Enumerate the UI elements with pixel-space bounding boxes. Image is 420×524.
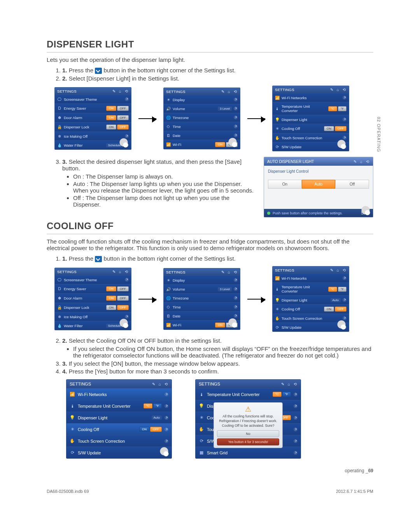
- toggle-pill[interactable]: °F: [338, 106, 346, 111]
- toggle-pill[interactable]: ON: [106, 296, 116, 301]
- seg-on[interactable]: On: [268, 180, 302, 189]
- settings-row[interactable]: 💡 Dispenser LightAuto: [273, 295, 349, 304]
- chevron-right-icon[interactable]: [294, 451, 298, 455]
- toggle-pill[interactable]: OFF: [335, 307, 346, 312]
- settings-row[interactable]: 📶 Wi-Fi Networks: [273, 93, 349, 102]
- back-icon[interactable]: ⟲: [124, 269, 129, 274]
- home-icon[interactable]: ⌂: [359, 159, 364, 164]
- chevron-right-icon[interactable]: [343, 325, 346, 329]
- toggle-pill[interactable]: °C: [273, 392, 282, 397]
- chevron-right-icon[interactable]: [125, 278, 129, 282]
- chevron-right-icon[interactable]: [234, 116, 238, 119]
- settings-row[interactable]: ✳ Cooling OffONOFF: [66, 423, 172, 435]
- edit-icon[interactable]: ✎: [280, 382, 285, 386]
- toggle-pill[interactable]: °C: [144, 403, 152, 408]
- chevron-right-icon[interactable]: [343, 136, 346, 140]
- settings-row[interactable]: 📶 Wi-Fi Networks: [273, 273, 349, 282]
- home-icon[interactable]: ⌂: [287, 382, 291, 386]
- chevron-right-icon[interactable]: [125, 134, 129, 138]
- toggle-pill[interactable]: OFF: [117, 106, 129, 111]
- edit-icon[interactable]: ✎: [112, 89, 116, 93]
- settings-row[interactable]: 🌐 Timezone: [164, 113, 240, 122]
- chevron-right-icon[interactable]: [164, 428, 168, 431]
- chevron-right-icon[interactable]: [125, 315, 129, 319]
- toggle-pill[interactable]: °F: [153, 403, 162, 408]
- chevron-right-icon[interactable]: [125, 143, 129, 147]
- settings-row[interactable]: D Energy SaverONOFF: [55, 103, 131, 113]
- settings-row[interactable]: 🌡 Temperature Unit Converter°C°F: [273, 102, 349, 115]
- settings-row[interactable]: D Energy SaverONOFF: [55, 284, 131, 293]
- chevron-right-icon[interactable]: [343, 145, 346, 149]
- settings-row[interactable]: 🗓 Date: [164, 311, 240, 320]
- chevron-right-icon[interactable]: [343, 316, 346, 320]
- yes-button[interactable]: Yes button 4 for 3 seconds!: [217, 438, 279, 445]
- settings-row[interactable]: 🔒 Dispenser LockONOFF: [55, 122, 131, 131]
- chevron-right-icon[interactable]: [343, 298, 346, 302]
- toggle-pill[interactable]: °F: [338, 287, 346, 292]
- chevron-right-icon[interactable]: [234, 296, 238, 300]
- toggle-pill[interactable]: ON: [324, 307, 334, 312]
- toggle-pill[interactable]: OFF: [117, 305, 129, 310]
- segmented-control[interactable]: On Auto Off: [268, 180, 369, 189]
- toggle-pill[interactable]: ON: [106, 305, 116, 310]
- settings-row[interactable]: ✳ Cooling OffONOFF: [273, 304, 349, 314]
- settings-row[interactable]: 🖵 Screensaver Theme: [55, 95, 131, 103]
- back-icon[interactable]: ⟲: [124, 89, 129, 93]
- settings-row[interactable]: ❄ Ice Making Off: [55, 131, 131, 140]
- chevron-right-icon[interactable]: [234, 287, 238, 291]
- back-icon[interactable]: ⟲: [233, 270, 238, 274]
- settings-row[interactable]: 💡 Dispenser LightAuto: [66, 412, 172, 423]
- edit-icon[interactable]: ✎: [329, 268, 334, 272]
- back-icon[interactable]: ⟲: [342, 87, 346, 92]
- toggle-pill[interactable]: OFF: [117, 296, 129, 301]
- toggle-pill[interactable]: OFF: [335, 126, 346, 131]
- edit-icon[interactable]: ✎: [353, 159, 357, 164]
- chevron-right-icon[interactable]: [164, 416, 168, 420]
- edit-icon[interactable]: ✎: [329, 87, 334, 92]
- home-icon[interactable]: ⌂: [227, 89, 231, 94]
- settings-row[interactable]: ⏲ Time: [164, 302, 240, 311]
- chevron-right-icon[interactable]: [294, 404, 298, 408]
- save-button[interactable]: Save: [361, 211, 370, 215]
- toggle-pill[interactable]: ON: [215, 142, 225, 147]
- seg-auto[interactable]: Auto: [302, 180, 336, 189]
- toggle-pill[interactable]: OFF: [226, 142, 238, 147]
- chevron-right-icon[interactable]: [125, 324, 129, 328]
- settings-row[interactable]: ✳ Cooling OffONOFF: [273, 124, 349, 133]
- toggle-pill[interactable]: ON: [106, 124, 116, 130]
- chevron-right-icon[interactable]: [164, 404, 168, 408]
- settings-row[interactable]: 🖵 Screensaver Theme: [55, 275, 131, 284]
- home-icon[interactable]: ⌂: [227, 270, 231, 274]
- toggle-pill[interactable]: ON: [106, 106, 116, 111]
- chevron-right-icon[interactable]: [234, 107, 238, 110]
- no-button[interactable]: No: [217, 430, 279, 437]
- settings-row[interactable]: ⟳ S/W Update: [66, 447, 172, 458]
- chevron-right-icon[interactable]: [234, 98, 238, 102]
- chevron-right-icon[interactable]: [343, 117, 346, 121]
- toggle-pill[interactable]: OFF: [117, 286, 129, 291]
- chevron-right-icon[interactable]: [294, 428, 298, 431]
- back-icon[interactable]: ⟲: [164, 382, 168, 386]
- settings-row[interactable]: 🔊 Volume3 Level: [164, 104, 240, 113]
- toggle-pill[interactable]: OFF: [150, 427, 162, 432]
- back-icon[interactable]: ⟲: [233, 89, 238, 94]
- settings-row[interactable]: 🌐 Timezone: [164, 293, 240, 302]
- settings-row[interactable]: ⏲ Time: [164, 122, 240, 131]
- toggle-pill[interactable]: °C: [328, 106, 337, 111]
- edit-icon[interactable]: ✎: [151, 382, 156, 386]
- toggle-pill[interactable]: ON: [139, 427, 149, 432]
- home-icon[interactable]: ⌂: [118, 269, 122, 274]
- settings-row[interactable]: 💧 Water FilterSchedule: [55, 140, 131, 149]
- toggle-pill[interactable]: ON: [106, 115, 116, 120]
- chevron-right-icon[interactable]: [164, 451, 168, 455]
- toggle-pill[interactable]: °F: [282, 392, 291, 397]
- settings-row[interactable]: 🌡 Temperature Unit Converter°C°F: [66, 400, 172, 412]
- settings-row[interactable]: ⟳ S/W Update: [273, 322, 349, 331]
- chevron-right-icon[interactable]: [234, 305, 238, 309]
- toggle-pill[interactable]: °C: [328, 287, 337, 292]
- seg-off[interactable]: Off: [335, 180, 369, 189]
- chevron-right-icon[interactable]: [343, 276, 346, 280]
- back-icon[interactable]: ⟲: [293, 382, 298, 386]
- settings-row[interactable]: 🔒 Dispenser LockONOFF: [55, 303, 131, 312]
- settings-row[interactable]: ✽ Door AlarmONOFF: [55, 113, 131, 122]
